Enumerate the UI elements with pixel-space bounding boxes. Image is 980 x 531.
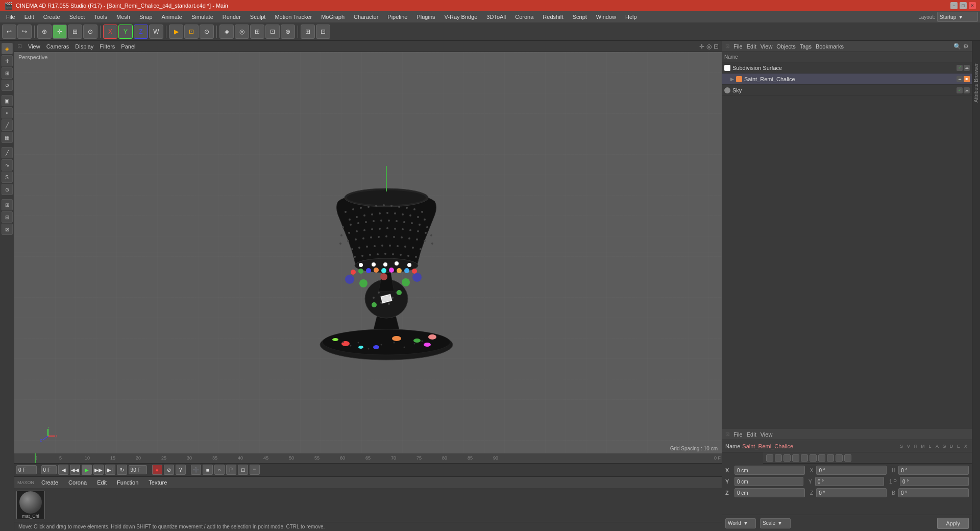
anim-auto-key[interactable]: ⊘ [164,465,174,475]
menu-select[interactable]: Select [65,13,89,21]
obj-menu-edit[interactable]: Edit [747,43,756,50]
deformer-btn[interactable]: ⊞ [250,25,264,39]
anim-key-sel[interactable]: ○ [214,465,225,475]
mat-menu-edit[interactable]: Edit [94,479,110,486]
obj-settings-icon[interactable]: ⚙ [963,43,969,50]
attr-badge-1[interactable] [766,454,773,462]
close-button[interactable]: ✕ [969,2,976,9]
coord-scale-z[interactable]: 0 ° [898,488,969,497]
badge-vis[interactable]: ☁ [964,65,970,71]
scale-dropdown[interactable]: Scale ▼ [760,518,791,528]
obj-menu-file[interactable]: File [733,43,743,50]
material-thumb-0[interactable]: mat_Chi [16,491,45,519]
effector-btn[interactable]: ⊡ [265,25,280,39]
menu-script[interactable]: Script [569,13,591,21]
anim-key-del[interactable]: ■ [203,465,213,475]
render-view-btn[interactable]: ⊡ [184,25,199,39]
anim-key-add[interactable]: ➕ [191,465,201,475]
tab-browser-label[interactable]: Attribute Browser [972,61,980,105]
obj-item-chalice[interactable]: ▶ Saint_Remi_Chalice ☁ ■ [722,74,972,85]
world-btn[interactable]: W [149,25,163,39]
sculpt-tool[interactable]: ⊙ [2,184,13,195]
layout-dropdown[interactable]: Startup ▼ [937,12,978,22]
coord-pos-z[interactable]: 0 cm [734,488,805,497]
viewport-menu-panel[interactable]: Panel [121,43,135,50]
anim-end-frame[interactable]: ◀◀ [70,465,80,475]
anim-play[interactable]: ▶ [82,465,92,475]
anim-key-p[interactable]: P [226,465,236,475]
menu-vray[interactable]: V-Ray Bridge [440,13,482,21]
scale-tool[interactable]: ⊞ [2,67,13,79]
current-frame-field[interactable]: 0 F [16,465,37,474]
menu-window[interactable]: Window [592,13,620,21]
anim-next-frame[interactable]: ▶▶ [93,465,104,475]
attr-badge-3[interactable] [783,454,791,462]
coord-scale-x[interactable]: 0 ° [898,466,969,475]
menu-tools[interactable]: Tools [90,13,111,21]
apply-button[interactable]: Apply [937,518,969,529]
attr-badge-5[interactable] [801,454,808,462]
extrude-tool[interactable]: ⊞ [2,199,13,210]
attr-badge-10[interactable] [844,454,851,462]
grid-btn[interactable]: ⊞ [301,25,315,39]
attr-badge-7[interactable] [818,454,825,462]
obj-menu-view[interactable]: View [761,43,773,50]
bevel-tool[interactable]: ⊟ [2,211,13,223]
viewport-menu-view[interactable]: View [28,43,40,50]
menu-render[interactable]: Render [218,13,245,21]
vp-icon-3[interactable]: ⊡ [714,43,719,50]
menu-redshift[interactable]: Redshift [538,13,567,21]
vp-icon-2[interactable]: ◎ [706,43,712,50]
maximize-button[interactable]: □ [960,2,967,9]
obj-menu-objects[interactable]: Objects [776,43,795,50]
menu-edit[interactable]: Edit [20,13,38,21]
mat-menu-texture[interactable]: Texture [145,479,170,486]
menu-3dtoall[interactable]: 3DToAll [482,13,510,21]
menu-plugins[interactable]: Plugins [412,13,439,21]
menu-pipeline[interactable]: Pipeline [383,13,411,21]
attr-menu-edit[interactable]: Edit [747,431,756,438]
menu-character[interactable]: Character [350,13,382,21]
mat-menu-function[interactable]: Function [114,479,141,486]
badge-check-chalice[interactable]: ☁ [957,76,963,82]
material-btn[interactable]: ◈ [219,25,234,39]
viewport-menu-cameras[interactable]: Cameras [46,43,69,50]
point-mode[interactable]: • [2,107,13,118]
redo-button[interactable]: ↪ [17,25,32,39]
anim-record[interactable]: ● [152,465,162,475]
menu-simulate[interactable]: Simulate [187,13,217,21]
mat-menu-corona[interactable]: Corona [65,479,90,486]
poly-mode[interactable]: ▦ [2,132,13,143]
start-frame-field[interactable]: 0 F [41,465,57,474]
z-axis-btn[interactable]: Z [134,25,148,39]
anim-end[interactable]: ▶| [105,465,115,475]
menu-mograph[interactable]: MoGraph [317,13,349,21]
spline-tool[interactable]: ∿ [2,159,13,171]
badge-vis-chalice[interactable]: ■ [964,76,970,82]
attr-badge-2[interactable] [775,454,782,462]
coord-pos-x[interactable]: 0 cm [734,466,805,475]
obj-menu-tags[interactable]: Tags [800,43,812,50]
badge-check-sky[interactable]: ✓ [957,87,963,93]
minimize-button[interactable]: − [950,2,958,9]
edge-mode[interactable]: ╱ [2,119,13,131]
undo-button[interactable]: ↩ [2,25,16,39]
anim-help[interactable]: ? [176,465,186,475]
menu-mesh[interactable]: Mesh [112,13,134,21]
badge-vis-sky[interactable]: ☁ [964,87,970,93]
attr-menu-view[interactable]: View [761,431,773,438]
rotate-tool[interactable]: ↺ [2,80,13,91]
menu-snap[interactable]: Snap [135,13,157,21]
menu-file[interactable]: File [2,13,19,21]
model-mode[interactable]: ▣ [2,95,13,106]
end-frame-field[interactable]: 90 F [129,465,147,474]
coord-rot-y[interactable]: 0 ° [815,477,884,486]
obj-item-sky[interactable]: Sky ✓ ☁ [722,85,972,96]
move-tool[interactable]: ✛ [2,55,13,66]
move-button[interactable]: ✛ [53,25,67,39]
render-settings-btn[interactable]: ⊙ [200,25,214,39]
snap-btn[interactable]: ⊡ [316,25,330,39]
x-axis-btn[interactable]: X [103,25,117,39]
obj-menu-bookmarks[interactable]: Bookmarks [816,43,844,50]
attr-menu-file[interactable]: File [733,431,743,438]
